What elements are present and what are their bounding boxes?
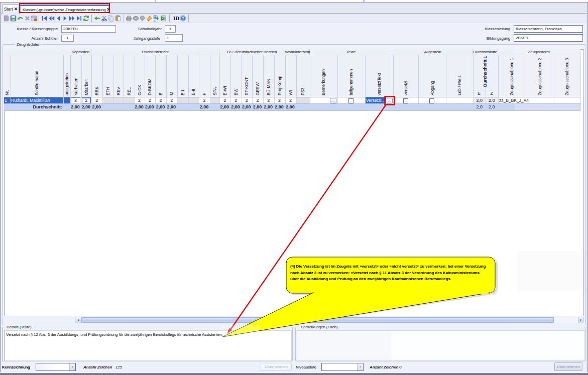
svg-text:?: ?	[182, 16, 184, 21]
svg-text:dat: dat	[154, 20, 156, 22]
